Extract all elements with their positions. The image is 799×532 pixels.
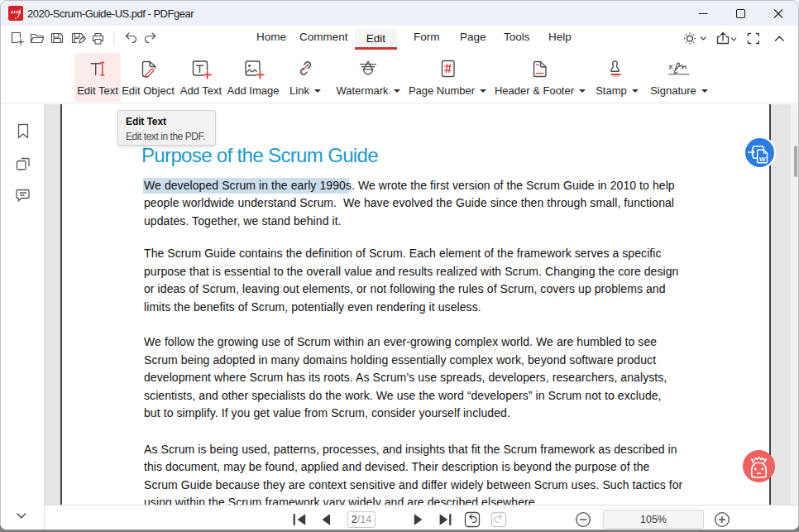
svg-text:W: W [759,155,766,162]
